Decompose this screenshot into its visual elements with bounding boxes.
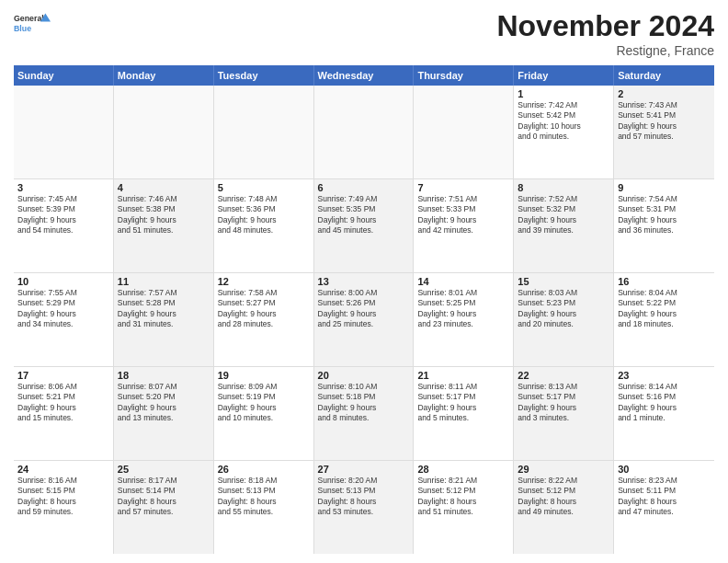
day-number-14: 14 — [417, 276, 509, 287]
day-30-details: Sunrise: 8:23 AM Sunset: 5:11 PM Dayligh… — [618, 476, 711, 518]
day-6: 6Sunrise: 7:49 AM Sunset: 5:35 PM Daylig… — [314, 179, 415, 272]
day-number-3: 3 — [17, 182, 109, 193]
day-20-details: Sunrise: 8:10 AM Sunset: 5:18 PM Dayligh… — [318, 382, 410, 424]
empty-cell-0-3 — [314, 86, 415, 178]
day-number-24: 24 — [17, 464, 109, 475]
generalblue-logo-icon: General Blue — [14, 9, 51, 37]
day-number-6: 6 — [318, 182, 410, 193]
day-number-9: 9 — [618, 182, 711, 193]
day-number-25: 25 — [118, 464, 210, 475]
day-number-7: 7 — [417, 182, 509, 193]
day-17: 17Sunrise: 8:06 AM Sunset: 5:21 PM Dayli… — [14, 367, 114, 460]
calendar-body: 1Sunrise: 7:42 AM Sunset: 5:42 PM Daylig… — [14, 86, 714, 554]
day-7-details: Sunrise: 7:51 AM Sunset: 5:33 PM Dayligh… — [417, 194, 509, 236]
header-tuesday: Tuesday — [214, 65, 314, 86]
day-number-30: 30 — [618, 464, 711, 475]
day-17-details: Sunrise: 8:06 AM Sunset: 5:21 PM Dayligh… — [17, 382, 109, 424]
day-28: 28Sunrise: 8:21 AM Sunset: 5:12 PM Dayli… — [414, 461, 514, 554]
title-section: November 2024 Restigne, France — [496, 9, 714, 58]
calendar-header: SundayMondayTuesdayWednesdayThursdayFrid… — [14, 65, 714, 86]
day-12-details: Sunrise: 7:58 AM Sunset: 5:27 PM Dayligh… — [218, 288, 310, 330]
day-number-12: 12 — [218, 276, 310, 287]
day-19-details: Sunrise: 8:09 AM Sunset: 5:19 PM Dayligh… — [218, 382, 310, 424]
day-1-details: Sunrise: 7:42 AM Sunset: 5:42 PM Dayligh… — [518, 100, 609, 143]
week-1: 1Sunrise: 7:42 AM Sunset: 5:42 PM Daylig… — [14, 86, 714, 179]
day-3: 3Sunrise: 7:45 AM Sunset: 5:39 PM Daylig… — [14, 179, 114, 272]
empty-cell-0-4 — [414, 86, 514, 178]
day-12: 12Sunrise: 7:58 AM Sunset: 5:27 PM Dayli… — [214, 273, 314, 366]
day-3-details: Sunrise: 7:45 AM Sunset: 5:39 PM Dayligh… — [17, 194, 109, 236]
day-24-details: Sunrise: 8:16 AM Sunset: 5:15 PM Dayligh… — [17, 476, 109, 518]
day-number-21: 21 — [417, 370, 509, 381]
header-friday: Friday — [514, 65, 614, 86]
day-27-details: Sunrise: 8:20 AM Sunset: 5:13 PM Dayligh… — [318, 476, 410, 518]
day-4-details: Sunrise: 7:46 AM Sunset: 5:38 PM Dayligh… — [118, 194, 210, 236]
day-11-details: Sunrise: 7:57 AM Sunset: 5:28 PM Dayligh… — [118, 288, 210, 330]
day-number-2: 2 — [618, 88, 711, 99]
day-25-details: Sunrise: 8:17 AM Sunset: 5:14 PM Dayligh… — [118, 476, 210, 518]
day-5: 5Sunrise: 7:48 AM Sunset: 5:36 PM Daylig… — [214, 179, 314, 272]
day-8-details: Sunrise: 7:52 AM Sunset: 5:32 PM Dayligh… — [518, 194, 609, 236]
day-number-19: 19 — [218, 370, 310, 381]
week-2: 3Sunrise: 7:45 AM Sunset: 5:39 PM Daylig… — [14, 179, 714, 273]
day-number-18: 18 — [118, 370, 210, 381]
location: Restigne, France — [496, 43, 714, 58]
empty-cell-0-0 — [14, 86, 114, 178]
day-number-4: 4 — [118, 182, 210, 193]
day-15: 15Sunrise: 8:03 AM Sunset: 5:23 PM Dayli… — [514, 273, 614, 366]
day-number-23: 23 — [618, 370, 711, 381]
day-18: 18Sunrise: 8:07 AM Sunset: 5:20 PM Dayli… — [114, 367, 214, 460]
day-21-details: Sunrise: 8:11 AM Sunset: 5:17 PM Dayligh… — [417, 382, 509, 424]
day-13: 13Sunrise: 8:00 AM Sunset: 5:26 PM Dayli… — [314, 273, 415, 366]
day-7: 7Sunrise: 7:51 AM Sunset: 5:33 PM Daylig… — [414, 179, 514, 272]
day-14: 14Sunrise: 8:01 AM Sunset: 5:25 PM Dayli… — [414, 273, 514, 366]
week-4: 17Sunrise: 8:06 AM Sunset: 5:21 PM Dayli… — [14, 367, 714, 461]
header-thursday: Thursday — [414, 65, 514, 86]
day-30: 30Sunrise: 8:23 AM Sunset: 5:11 PM Dayli… — [614, 461, 714, 554]
day-number-11: 11 — [118, 276, 210, 287]
day-15-details: Sunrise: 8:03 AM Sunset: 5:23 PM Dayligh… — [518, 288, 609, 330]
day-28-details: Sunrise: 8:21 AM Sunset: 5:12 PM Dayligh… — [417, 476, 509, 518]
day-16-details: Sunrise: 8:04 AM Sunset: 5:22 PM Dayligh… — [618, 288, 711, 330]
day-16: 16Sunrise: 8:04 AM Sunset: 5:22 PM Dayli… — [614, 273, 714, 366]
header-saturday: Saturday — [614, 65, 714, 86]
day-5-details: Sunrise: 7:48 AM Sunset: 5:36 PM Dayligh… — [218, 194, 310, 236]
day-9-details: Sunrise: 7:54 AM Sunset: 5:31 PM Dayligh… — [618, 194, 711, 236]
day-2: 2Sunrise: 7:43 AM Sunset: 5:41 PM Daylig… — [614, 86, 714, 178]
day-number-1: 1 — [518, 88, 609, 99]
page: General Blue November 2024 Restigne, Fra… — [0, 0, 728, 563]
day-number-28: 28 — [417, 464, 509, 475]
day-25: 25Sunrise: 8:17 AM Sunset: 5:14 PM Dayli… — [114, 461, 214, 554]
day-number-16: 16 — [618, 276, 711, 287]
day-19: 19Sunrise: 8:09 AM Sunset: 5:19 PM Dayli… — [214, 367, 314, 460]
day-10: 10Sunrise: 7:55 AM Sunset: 5:29 PM Dayli… — [14, 273, 114, 366]
day-number-20: 20 — [318, 370, 410, 381]
day-1: 1Sunrise: 7:42 AM Sunset: 5:42 PM Daylig… — [514, 86, 614, 178]
svg-text:Blue: Blue — [14, 24, 31, 33]
day-number-8: 8 — [518, 182, 609, 193]
day-14-details: Sunrise: 8:01 AM Sunset: 5:25 PM Dayligh… — [417, 288, 509, 330]
day-number-10: 10 — [17, 276, 109, 287]
header-monday: Monday — [114, 65, 214, 86]
day-21: 21Sunrise: 8:11 AM Sunset: 5:17 PM Dayli… — [414, 367, 514, 460]
week-3: 10Sunrise: 7:55 AM Sunset: 5:29 PM Dayli… — [14, 273, 714, 367]
day-4: 4Sunrise: 7:46 AM Sunset: 5:38 PM Daylig… — [114, 179, 214, 272]
day-26-details: Sunrise: 8:18 AM Sunset: 5:13 PM Dayligh… — [218, 476, 310, 518]
day-23: 23Sunrise: 8:14 AM Sunset: 5:16 PM Dayli… — [614, 367, 714, 460]
calendar: SundayMondayTuesdayWednesdayThursdayFrid… — [14, 65, 714, 554]
day-number-13: 13 — [318, 276, 410, 287]
svg-text:General: General — [14, 14, 44, 23]
day-number-26: 26 — [218, 464, 310, 475]
day-8: 8Sunrise: 7:52 AM Sunset: 5:32 PM Daylig… — [514, 179, 614, 272]
day-27: 27Sunrise: 8:20 AM Sunset: 5:13 PM Dayli… — [314, 461, 415, 554]
day-2-details: Sunrise: 7:43 AM Sunset: 5:41 PM Dayligh… — [618, 100, 711, 143]
header: General Blue November 2024 Restigne, Fra… — [14, 9, 714, 58]
day-29-details: Sunrise: 8:22 AM Sunset: 5:12 PM Dayligh… — [518, 476, 609, 518]
header-wednesday: Wednesday — [314, 65, 415, 86]
logo: General Blue — [14, 9, 51, 37]
day-6-details: Sunrise: 7:49 AM Sunset: 5:35 PM Dayligh… — [318, 194, 410, 236]
day-number-22: 22 — [518, 370, 609, 381]
week-5: 24Sunrise: 8:16 AM Sunset: 5:15 PM Dayli… — [14, 461, 714, 554]
day-number-29: 29 — [518, 464, 609, 475]
empty-cell-0-2 — [214, 86, 314, 178]
